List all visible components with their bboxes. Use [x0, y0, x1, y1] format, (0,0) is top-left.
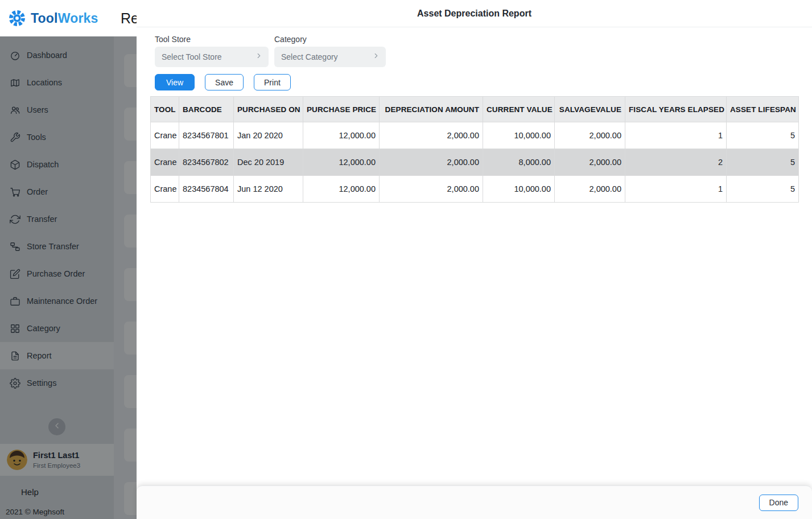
table-row-highlighted: Crane 8234567802 Dec 20 2019 12,000.00 2…: [151, 149, 799, 176]
depreciation-table-wrapper: TOOL BARCODE PURCHASED ON PURCHASE PRICE…: [137, 90, 812, 203]
tool-store-label: Tool Store: [155, 35, 269, 44]
tool-header: TOOL: [151, 97, 179, 122]
asset-lifespan-cell: 5: [727, 122, 799, 149]
toolworks-logo[interactable]: ToolWorks: [0, 0, 114, 36]
current-value-cell: 8,000.00: [483, 149, 555, 176]
purchased-on-cell: Dec 20 2019: [234, 149, 303, 176]
asset-lifespan-header: ASSET LIFESPAN: [727, 97, 799, 122]
depreciation-amount-cell: 2,000.00: [380, 122, 483, 149]
tool-cell: Crane: [151, 176, 179, 203]
view-button[interactable]: View: [155, 74, 195, 90]
chevron-right-icon: [255, 52, 263, 62]
table-row: Crane 8234567801 Jan 20 2020 12,000.00 2…: [151, 122, 799, 149]
filter-row: Tool Store Select Tool Store Category Se…: [137, 27, 812, 67]
depreciation-amount-cell: 2,000.00: [380, 176, 483, 203]
salvage-value-cell: 2,000.00: [555, 149, 625, 176]
tool-cell: Crane: [151, 122, 179, 149]
barcode-cell: 8234567801: [179, 122, 234, 149]
barcode-cell: 8234567804: [179, 176, 234, 203]
category-select[interactable]: Select Category: [274, 47, 386, 67]
purchased-on-cell: Jun 12 2020: [234, 176, 303, 203]
category-label: Category: [274, 35, 386, 44]
purchase-price-cell: 12,000.00: [303, 122, 380, 149]
category-filter: Category Select Category: [274, 35, 386, 67]
current-value-cell: 10,000.00: [483, 176, 555, 203]
tool-store-filter: Tool Store Select Tool Store: [155, 35, 269, 67]
dialog-footer: Done: [137, 485, 812, 519]
purchase-price-cell: 12,000.00: [303, 149, 380, 176]
table-row: Crane 8234567804 Jun 12 2020 12,000.00 2…: [151, 176, 799, 203]
tool-store-select-value: Select Tool Store: [162, 52, 222, 61]
asset-depreciation-report-dialog: Asset Depreciation Report Tool Store Sel…: [137, 0, 812, 519]
purchased-on-cell: Jan 20 2020: [234, 122, 303, 149]
barcode-header: BARCODE: [179, 97, 234, 122]
salvage-value-cell: 2,000.00: [555, 122, 625, 149]
salvage-value-header: SALVAGEVALUE: [555, 97, 625, 122]
fiscal-years-header: FISCAL YEARS ELAPSED: [625, 97, 727, 122]
category-select-value: Select Category: [281, 52, 338, 61]
save-button[interactable]: Save: [205, 74, 244, 90]
asset-lifespan-cell: 5: [727, 176, 799, 203]
fiscal-years-cell: 2: [625, 149, 727, 176]
depreciation-amount-header: DEPRECIATION AMOUNT: [380, 97, 483, 122]
fiscal-years-cell: 1: [625, 176, 727, 203]
toolworks-logo-icon: [8, 9, 26, 27]
print-button[interactable]: Print: [254, 74, 291, 90]
salvage-value-cell: 2,000.00: [555, 176, 625, 203]
action-buttons: View Save Print: [137, 67, 812, 90]
purchased-on-header: PURCHASED ON: [234, 97, 303, 122]
fiscal-years-cell: 1: [625, 122, 727, 149]
logo-text: ToolWorks: [31, 11, 98, 26]
chevron-right-icon: [372, 52, 380, 62]
depreciation-amount-cell: 2,000.00: [380, 149, 483, 176]
done-button[interactable]: Done: [759, 495, 798, 511]
table-header-row: TOOL BARCODE PURCHASED ON PURCHASE PRICE…: [151, 97, 799, 122]
purchase-price-header: PURCHASE PRICE: [303, 97, 380, 122]
dialog-header: Asset Depreciation Report: [137, 0, 812, 27]
purchase-price-cell: 12,000.00: [303, 176, 380, 203]
tool-store-select[interactable]: Select Tool Store: [155, 47, 269, 67]
tool-cell: Crane: [151, 149, 179, 176]
current-value-header: CURRENT VALUE: [483, 97, 555, 122]
depreciation-table: TOOL BARCODE PURCHASED ON PURCHASE PRICE…: [150, 96, 799, 203]
dialog-title: Asset Depreciation Report: [417, 9, 531, 19]
current-value-cell: 10,000.00: [483, 122, 555, 149]
barcode-cell: 8234567802: [179, 149, 234, 176]
asset-lifespan-cell: 5: [727, 149, 799, 176]
